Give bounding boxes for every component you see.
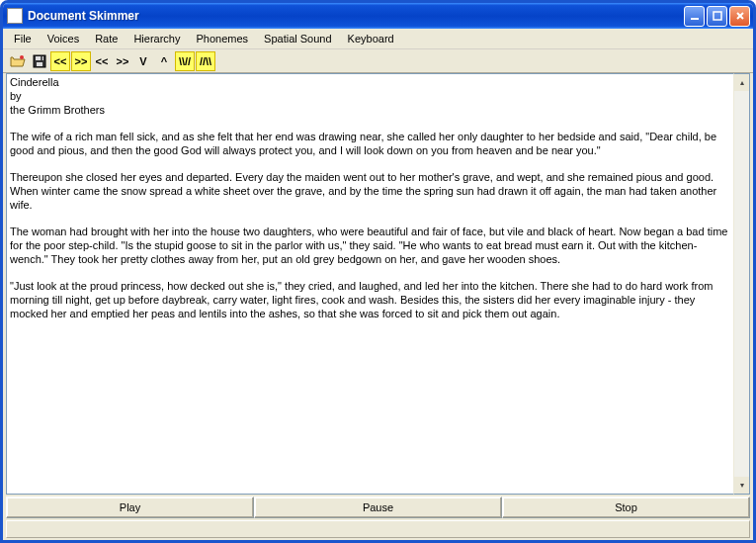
menu-bar: File Voices Rate Hierarchy Phonemes Spat… bbox=[3, 29, 753, 49]
play-button[interactable]: Play bbox=[6, 497, 254, 518]
app-icon bbox=[7, 8, 23, 24]
minimize-icon bbox=[690, 11, 700, 21]
save-button[interactable] bbox=[30, 51, 49, 71]
pause-button[interactable]: Pause bbox=[254, 497, 502, 518]
vertical-scrollbar[interactable]: ▴ ▾ bbox=[733, 73, 750, 495]
floppy-disk-icon bbox=[33, 54, 46, 68]
next-fast-button[interactable]: >> bbox=[71, 51, 91, 71]
menu-voices[interactable]: Voices bbox=[41, 31, 86, 46]
up-button[interactable]: ^ bbox=[154, 51, 174, 71]
mark2-button[interactable]: //\\ bbox=[196, 51, 215, 71]
scroll-track[interactable] bbox=[734, 91, 749, 477]
svg-rect-0 bbox=[691, 18, 699, 20]
open-button[interactable] bbox=[7, 51, 29, 71]
stop-button[interactable]: Stop bbox=[502, 497, 750, 518]
playback-controls: Play Pause Stop bbox=[3, 495, 753, 520]
close-button[interactable] bbox=[729, 6, 750, 27]
menu-rate[interactable]: Rate bbox=[88, 31, 125, 46]
minimize-button[interactable] bbox=[684, 6, 705, 27]
status-bar bbox=[6, 520, 750, 538]
menu-spatial-sound[interactable]: Spatial Sound bbox=[257, 31, 339, 46]
folder-open-icon bbox=[10, 54, 26, 68]
svg-point-4 bbox=[20, 55, 24, 59]
scroll-down-button[interactable]: ▾ bbox=[734, 477, 749, 494]
menu-hierarchy[interactable]: Hierarchy bbox=[126, 31, 187, 46]
mark1-button[interactable]: \\// bbox=[175, 51, 195, 71]
next-button[interactable]: >> bbox=[113, 51, 132, 71]
app-window: Document Skimmer File Voices Rate Hierar… bbox=[0, 0, 756, 543]
maximize-icon bbox=[713, 11, 722, 21]
svg-rect-1 bbox=[714, 12, 721, 20]
toolbar: << >> << >> V ^ \\// //\\ bbox=[3, 49, 753, 73]
prev-fast-button[interactable]: << bbox=[50, 51, 70, 71]
prev-button[interactable]: << bbox=[92, 51, 112, 71]
scroll-up-button[interactable]: ▴ bbox=[734, 74, 749, 91]
maximize-button[interactable] bbox=[707, 6, 727, 27]
menu-phonemes[interactable]: Phonemes bbox=[189, 31, 255, 46]
svg-rect-8 bbox=[41, 56, 42, 60]
window-title: Document Skimmer bbox=[28, 9, 684, 23]
chevron-up-icon: ▴ bbox=[740, 78, 744, 87]
chevron-down-icon: ▾ bbox=[740, 481, 744, 490]
document-text-area[interactable]: Cinderella by the Grimm Brothers The wif… bbox=[6, 73, 733, 495]
content-area: Cinderella by the Grimm Brothers The wif… bbox=[3, 73, 753, 495]
close-icon bbox=[735, 11, 745, 21]
svg-rect-7 bbox=[37, 62, 42, 66]
title-bar[interactable]: Document Skimmer bbox=[3, 3, 753, 29]
down-button[interactable]: V bbox=[133, 51, 153, 71]
window-controls bbox=[684, 6, 750, 27]
menu-keyboard[interactable]: Keyboard bbox=[341, 31, 401, 46]
menu-file[interactable]: File bbox=[7, 31, 39, 46]
